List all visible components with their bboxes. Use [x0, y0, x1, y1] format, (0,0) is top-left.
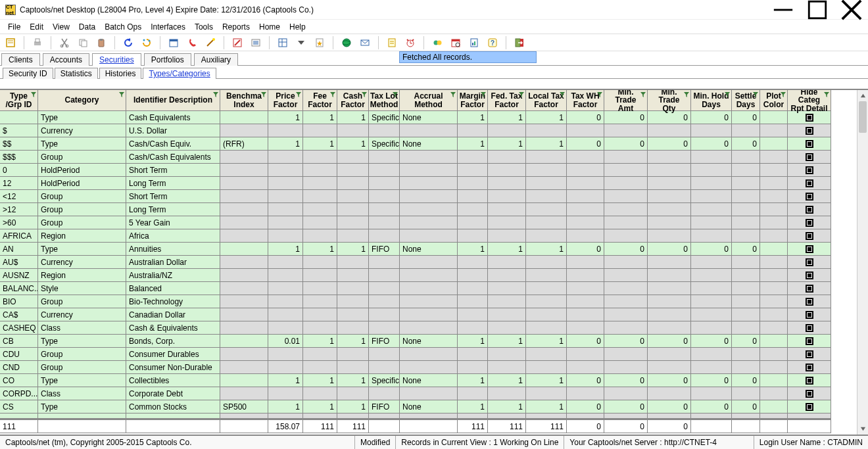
cell-mintqty[interactable]: 0	[648, 111, 691, 124]
vertical-scrollbar[interactable]	[857, 90, 868, 435]
cell-plot[interactable]	[760, 229, 788, 243]
cell-category[interactable]: Style	[38, 282, 126, 295]
col-header-ident[interactable]: Identifier Description	[126, 90, 220, 111]
cell-cash[interactable]	[337, 124, 369, 137]
cell-mintqty[interactable]	[648, 124, 691, 137]
cell-hidecat[interactable]	[788, 374, 831, 387]
cell-bench[interactable]	[220, 177, 268, 190]
cell-ident[interactable]: Cash Equivalents	[126, 111, 220, 124]
checkbox-icon[interactable]	[806, 285, 813, 293]
menu-data[interactable]: Data	[75, 21, 99, 33]
cell-loctax[interactable]	[526, 387, 567, 400]
cell-mintqty[interactable]	[648, 269, 691, 282]
cell-bench[interactable]	[220, 190, 268, 203]
cell-mintamt[interactable]	[604, 151, 648, 164]
cell-type_grp[interactable]: $$	[0, 137, 38, 151]
cell-cash[interactable]	[337, 203, 369, 216]
cell-margin[interactable]	[458, 124, 488, 137]
cell-taxwh[interactable]	[567, 269, 604, 282]
cell-fedtax[interactable]	[488, 216, 526, 229]
form-icon[interactable]	[385, 36, 398, 49]
subtab-statistics[interactable]: Statistics	[55, 68, 98, 79]
cell-fee[interactable]: 1	[303, 137, 337, 151]
col-header-hidecat[interactable]: Hide Categ Rpt Detail	[788, 90, 831, 111]
cell-loctax[interactable]	[526, 256, 567, 269]
cell-settle[interactable]	[732, 348, 760, 361]
cell-minhold[interactable]: 0	[691, 400, 732, 414]
filter-icon[interactable]	[296, 91, 301, 96]
cell-fedtax[interactable]: 1	[488, 400, 526, 414]
maximize-button[interactable]	[806, 3, 829, 17]
cell-category[interactable]: Class	[38, 321, 126, 335]
cell-plot[interactable]	[760, 177, 788, 190]
cell-hidecat[interactable]	[788, 124, 831, 137]
cell-minhold[interactable]	[691, 151, 732, 164]
cell-loctax[interactable]: 1	[526, 111, 567, 124]
cell-plot[interactable]	[760, 124, 788, 137]
cell-mintamt[interactable]	[604, 216, 648, 229]
cell-category[interactable]: Region	[38, 269, 126, 282]
checkbox-icon[interactable]	[806, 390, 813, 398]
cell-hidecat[interactable]	[788, 137, 831, 151]
cell-bench[interactable]	[220, 256, 268, 269]
cell-type_grp[interactable]: CND	[0, 361, 38, 374]
cell-bench[interactable]	[220, 151, 268, 164]
cell-ident[interactable]: Consumer Non-Durable	[126, 361, 220, 374]
cell-cash[interactable]	[337, 151, 369, 164]
cell-loctax[interactable]	[526, 190, 567, 203]
cell-minhold[interactable]	[691, 295, 732, 308]
cell-mintqty[interactable]: 0	[648, 335, 691, 348]
cell-price[interactable]	[268, 229, 303, 243]
cell-taxlot[interactable]	[369, 308, 400, 321]
cell-ident[interactable]: Long Term	[126, 203, 220, 216]
cell-price[interactable]	[268, 387, 303, 400]
cell-type_grp[interactable]: CS	[0, 400, 38, 414]
cell-accrual[interactable]: None	[400, 243, 458, 256]
cell-settle[interactable]	[732, 216, 760, 229]
cell-type_grp[interactable]: 0	[0, 164, 38, 177]
cell-fee[interactable]	[303, 348, 337, 361]
cell-accrual[interactable]	[400, 269, 458, 282]
cell-accrual[interactable]	[400, 295, 458, 308]
cell-category[interactable]: Type	[38, 335, 126, 348]
doc-star-icon[interactable]	[313, 36, 326, 49]
cell-settle[interactable]	[732, 308, 760, 321]
cell-cash[interactable]	[337, 308, 369, 321]
cell-loctax[interactable]	[526, 282, 567, 295]
checkbox-icon[interactable]	[806, 179, 813, 187]
cell-mintqty[interactable]	[648, 321, 691, 335]
cell-loctax[interactable]: 1	[526, 374, 567, 387]
cell-taxwh[interactable]: 0	[567, 374, 604, 387]
scroll-thumb[interactable]	[859, 101, 867, 133]
cell-plot[interactable]	[760, 203, 788, 216]
cell-settle[interactable]	[732, 387, 760, 400]
col-header-margin[interactable]: Margin Factor	[458, 90, 488, 111]
cell-mintqty[interactable]	[648, 229, 691, 243]
cell-fedtax[interactable]	[488, 164, 526, 177]
menu-interfaces[interactable]: Interfaces	[147, 21, 189, 33]
cell-type_grp[interactable]: <12	[0, 190, 38, 203]
cell-taxlot[interactable]	[369, 348, 400, 361]
cell-price[interactable]	[268, 164, 303, 177]
cell-taxwh[interactable]	[567, 282, 604, 295]
cell-price[interactable]	[268, 151, 303, 164]
cell-accrual[interactable]	[400, 203, 458, 216]
cell-plot[interactable]	[760, 335, 788, 348]
help-icon[interactable]: ?	[486, 36, 499, 49]
checkbox-icon[interactable]	[806, 219, 813, 227]
cell-type_grp[interactable]: CDU	[0, 348, 38, 361]
checkbox-icon[interactable]	[806, 350, 813, 358]
col-header-taxlot[interactable]: Tax Lot Method	[369, 90, 400, 111]
cell-plot[interactable]	[760, 387, 788, 400]
cell-margin[interactable]	[458, 348, 488, 361]
cell-ident[interactable]: Africa	[126, 229, 220, 243]
cell-type_grp[interactable]: AU$	[0, 256, 38, 269]
cell-ident[interactable]: Annuities	[126, 243, 220, 256]
col-header-settle[interactable]: Settle Days	[732, 90, 760, 111]
cell-hidecat[interactable]	[788, 387, 831, 400]
tab-clients[interactable]: Clients	[1, 53, 40, 66]
cell-accrual[interactable]	[400, 361, 458, 374]
cell-category[interactable]: Class	[38, 387, 126, 400]
cell-minhold[interactable]	[691, 321, 732, 335]
filter-icon[interactable]	[362, 91, 367, 96]
